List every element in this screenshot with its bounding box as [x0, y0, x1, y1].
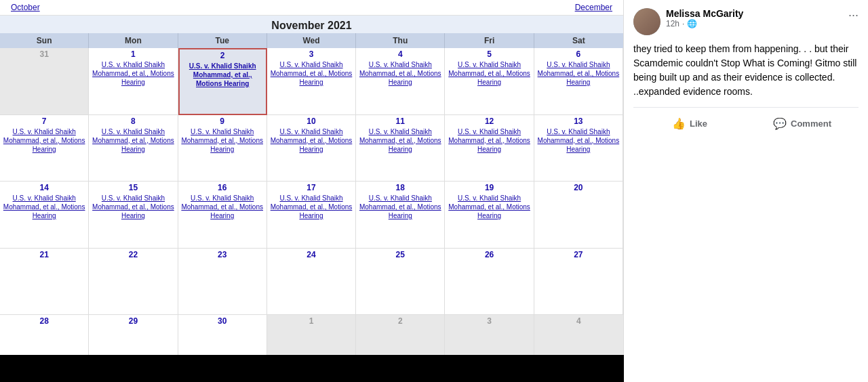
- date-number: 30: [180, 316, 264, 326]
- calendar-cell[interactable]: 9U.S. v. Khalid Shaikh Mohammad, et al.,…: [178, 115, 267, 182]
- date-number: 1: [91, 49, 175, 59]
- event-link[interactable]: U.S. v. Khalid Shaikh Mohammad, et al., …: [536, 127, 620, 154]
- calendar-cell[interactable]: 24: [267, 249, 356, 316]
- date-number: 3: [447, 316, 531, 326]
- bottom-bar: [0, 355, 624, 382]
- event-link[interactable]: U.S. v. Khalid Shaikh Mohammad, et al., …: [447, 60, 531, 87]
- event-link[interactable]: U.S. v. Khalid Shaikh Mohammad, et al., …: [536, 60, 620, 87]
- date-number: 28: [2, 316, 86, 326]
- event-link[interactable]: U.S. v. Khalid Shaikh Mohammad, et al., …: [269, 127, 353, 154]
- globe-icon: 🌐: [687, 19, 697, 28]
- date-number: 15: [91, 183, 175, 192]
- more-options-button[interactable]: ···: [848, 8, 859, 22]
- calendar-cell[interactable]: 11U.S. v. Khalid Shaikh Mohammad, et al.…: [356, 115, 445, 182]
- day-tue: Tue: [178, 33, 267, 48]
- calendar-cell[interactable]: 21: [0, 249, 89, 316]
- event-link[interactable]: U.S. v. Khalid Shaikh Mohammad, et al., …: [182, 62, 264, 88]
- username: Melissa McGarity: [666, 8, 848, 19]
- date-number: 31: [2, 49, 86, 59]
- date-number: 27: [536, 250, 620, 259]
- calendar-cell[interactable]: 3U.S. v. Khalid Shaikh Mohammad, et al.,…: [267, 48, 356, 115]
- post-text: they tried to keep them from happening. …: [633, 42, 859, 99]
- date-number: 21: [2, 250, 86, 259]
- date-number: 4: [536, 316, 621, 326]
- date-number: 9: [180, 116, 264, 126]
- next-month-link[interactable]: December: [575, 3, 612, 12]
- calendar-cell[interactable]: 19U.S. v. Khalid Shaikh Mohammad, et al.…: [445, 182, 534, 249]
- user-info: Melissa McGarity 12h · 🌐: [666, 8, 848, 28]
- calendar-cell[interactable]: 4U.S. v. Khalid Shaikh Mohammad, et al.,…: [356, 48, 445, 115]
- calendar-cell: 31: [0, 48, 89, 115]
- event-link[interactable]: U.S. v. Khalid Shaikh Mohammad, et al., …: [358, 60, 442, 87]
- event-link[interactable]: U.S. v. Khalid Shaikh Mohammad, et al., …: [447, 127, 531, 154]
- calendar-cell[interactable]: 6U.S. v. Khalid Shaikh Mohammad, et al.,…: [534, 48, 623, 115]
- calendar-cell[interactable]: 7U.S. v. Khalid Shaikh Mohammad, et al.,…: [0, 115, 89, 182]
- date-number: 20: [536, 183, 620, 192]
- event-link[interactable]: U.S. v. Khalid Shaikh Mohammad, et al., …: [358, 127, 442, 154]
- event-link[interactable]: U.S. v. Khalid Shaikh Mohammad, et al., …: [269, 194, 353, 220]
- calendar-cell[interactable]: 25: [356, 249, 445, 316]
- like-label: Like: [690, 119, 707, 129]
- date-number: 26: [447, 250, 531, 259]
- like-button[interactable]: 👍 Like: [633, 113, 746, 134]
- calendar-cell[interactable]: 22: [89, 249, 178, 316]
- post-meta: 12h · 🌐: [666, 19, 848, 28]
- date-number: 2: [358, 316, 442, 326]
- event-link[interactable]: U.S. v. Khalid Shaikh Mohammad, et al., …: [447, 194, 531, 220]
- calendar-cell[interactable]: 13U.S. v. Khalid Shaikh Mohammad, et al.…: [534, 115, 623, 182]
- day-thu: Thu: [356, 33, 445, 48]
- day-fri: Fri: [445, 33, 534, 48]
- event-link[interactable]: U.S. v. Khalid Shaikh Mohammad, et al., …: [180, 194, 264, 220]
- event-link[interactable]: U.S. v. Khalid Shaikh Mohammad, et al., …: [269, 60, 353, 87]
- prev-month-link[interactable]: October: [11, 3, 40, 12]
- date-number: 16: [180, 183, 264, 192]
- date-number: 18: [358, 183, 442, 192]
- date-number: 3: [269, 49, 353, 59]
- calendar-body: 311U.S. v. Khalid Shaikh Mohammad, et al…: [0, 48, 623, 382]
- calendar-cell[interactable]: 20: [534, 182, 623, 249]
- calendar-nav: October December: [0, 0, 623, 16]
- calendar-cell[interactable]: 23: [178, 249, 267, 316]
- calendar-cell[interactable]: 2U.S. v. Khalid Shaikh Mohammad, et al.,…: [178, 48, 267, 115]
- day-sat: Sat: [534, 33, 623, 48]
- date-number: 6: [536, 49, 620, 59]
- avatar-image: [633, 8, 660, 35]
- fb-post-header: Melissa McGarity 12h · 🌐 ···: [633, 8, 859, 35]
- calendar-cell[interactable]: 1U.S. v. Khalid Shaikh Mohammad, et al.,…: [89, 48, 178, 115]
- comment-button[interactable]: 💬 Comment: [746, 113, 859, 134]
- date-number: 7: [2, 116, 86, 126]
- day-wed: Wed: [267, 33, 356, 48]
- event-link[interactable]: U.S. v. Khalid Shaikh Mohammad, et al., …: [91, 194, 175, 220]
- calendar-cell[interactable]: 27: [534, 249, 623, 316]
- event-link[interactable]: U.S. v. Khalid Shaikh Mohammad, et al., …: [180, 127, 264, 154]
- date-number: 5: [447, 49, 531, 59]
- calendar-cell[interactable]: 16U.S. v. Khalid Shaikh Mohammad, et al.…: [178, 182, 267, 249]
- date-number: 1: [269, 316, 353, 326]
- calendar-title: November 2021: [0, 16, 623, 33]
- date-number: 11: [358, 116, 442, 126]
- calendar-cell[interactable]: 10U.S. v. Khalid Shaikh Mohammad, et al.…: [267, 115, 356, 182]
- event-link[interactable]: U.S. v. Khalid Shaikh Mohammad, et al., …: [2, 194, 86, 220]
- date-number: 17: [269, 183, 353, 192]
- calendar-cell[interactable]: 8U.S. v. Khalid Shaikh Mohammad, et al.,…: [89, 115, 178, 182]
- date-number: 24: [269, 250, 353, 259]
- post-actions: 👍 Like 💬 Comment: [633, 107, 859, 134]
- calendar-cell[interactable]: 18U.S. v. Khalid Shaikh Mohammad, et al.…: [356, 182, 445, 249]
- calendar-panel: October December November 2021 Sun Mon T…: [0, 0, 624, 382]
- event-link[interactable]: U.S. v. Khalid Shaikh Mohammad, et al., …: [91, 60, 175, 87]
- like-icon: 👍: [672, 117, 686, 130]
- calendar-cell[interactable]: 15U.S. v. Khalid Shaikh Mohammad, et al.…: [89, 182, 178, 249]
- post-time: 12h: [666, 19, 679, 28]
- event-link[interactable]: U.S. v. Khalid Shaikh Mohammad, et al., …: [358, 194, 442, 220]
- calendar-cell[interactable]: 17U.S. v. Khalid Shaikh Mohammad, et al.…: [267, 182, 356, 249]
- date-number: 25: [358, 250, 442, 259]
- day-sun: Sun: [0, 33, 89, 48]
- event-link[interactable]: U.S. v. Khalid Shaikh Mohammad, et al., …: [2, 127, 86, 154]
- date-number: 22: [91, 250, 175, 259]
- calendar-cell[interactable]: 12U.S. v. Khalid Shaikh Mohammad, et al.…: [445, 115, 534, 182]
- calendar-cell[interactable]: 5U.S. v. Khalid Shaikh Mohammad, et al.,…: [445, 48, 534, 115]
- date-number: 4: [358, 49, 442, 59]
- calendar-cell[interactable]: 26: [445, 249, 534, 316]
- calendar-cell[interactable]: 14U.S. v. Khalid Shaikh Mohammad, et al.…: [0, 182, 89, 249]
- event-link[interactable]: U.S. v. Khalid Shaikh Mohammad, et al., …: [91, 127, 175, 154]
